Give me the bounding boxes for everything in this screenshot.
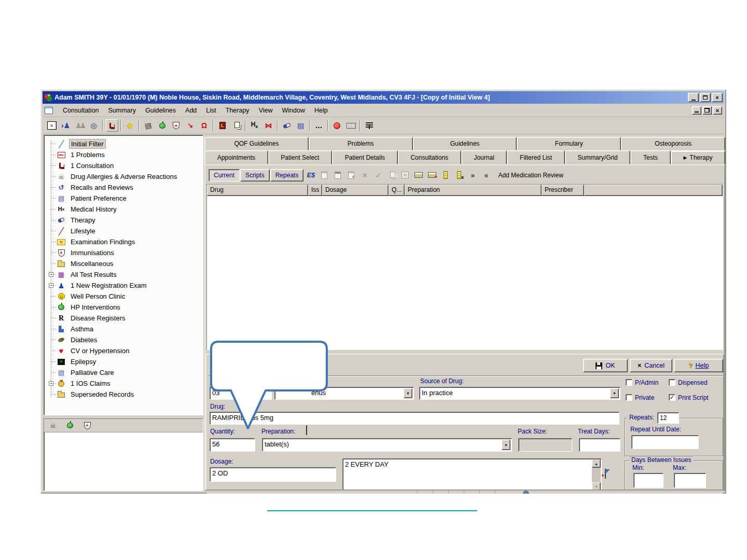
consultation-chair-icon[interactable] (105, 119, 119, 132)
prescriber-select[interactable]: enus ▼ (274, 387, 414, 400)
select-patient-icon[interactable]: ›♟ (59, 119, 73, 132)
marker-diamond-icon[interactable]: ◆ (123, 119, 137, 132)
current-filter-button[interactable]: Current (209, 169, 240, 181)
minimize-button[interactable] (688, 93, 699, 102)
menu-add[interactable]: Add (181, 105, 201, 116)
family-icon[interactable]: ♟♟ (73, 119, 87, 132)
print-icon[interactable] (412, 169, 425, 181)
guideline-book-icon[interactable]: L (215, 119, 229, 132)
tab-osteoporosis[interactable]: Osteoporosis (621, 137, 725, 150)
mdi-restore-button[interactable] (702, 106, 712, 115)
quantity-input[interactable]: 56 (210, 438, 255, 452)
mdi-minimize-button[interactable] (692, 106, 701, 115)
tab-patient-details[interactable]: Patient Details (332, 150, 398, 164)
sidebar-item-problems[interactable]: MH1 Problems (44, 149, 203, 160)
expand-toggle[interactable]: + (49, 283, 53, 288)
more-ellipsis-icon[interactable]: … (312, 119, 326, 132)
column-header-iss[interactable]: Iss (308, 185, 322, 196)
delete-icon[interactable]: × (358, 169, 371, 181)
find-patient-icon[interactable]: ◎ (87, 119, 101, 132)
close-button[interactable]: × (712, 93, 723, 102)
min-input[interactable] (633, 473, 663, 488)
private-checkbox[interactable] (626, 394, 632, 401)
issue-scripts-icon[interactable]: E$ (304, 169, 317, 181)
scroll-right-icon[interactable]: » (466, 169, 479, 181)
guidelines-copy-icon[interactable] (229, 119, 243, 132)
menu-guidelines[interactable]: Guidelines (141, 105, 181, 116)
column-header-preparation[interactable]: Preparation (405, 185, 542, 196)
tab-formulary[interactable]: Formulary (517, 137, 621, 150)
tab-patient-select[interactable]: Patient Select (268, 150, 332, 164)
repeat-script-icon[interactable] (331, 169, 344, 181)
menu-help[interactable]: Help (310, 105, 333, 116)
scripts-filter-button[interactable]: Scripts (240, 169, 270, 181)
tab-problems[interactable]: Problems (309, 137, 413, 150)
add-medication-review-button[interactable]: Add Medication Review (498, 172, 563, 179)
sidebar-item-initial-filter[interactable]: ╱Initial Filter (44, 138, 203, 149)
menu-therapy[interactable]: Therapy (221, 105, 254, 116)
sidebar-item-therapy[interactable]: Therapy (44, 215, 203, 226)
drug-input[interactable]: RAMIPRIL tabs 5mg (210, 412, 619, 425)
tab-consultations[interactable]: Consultations (398, 150, 461, 164)
dropdown-arrow-icon[interactable]: ▼ (610, 388, 619, 398)
sidebar-item-new-registration-exam[interactable]: +♟1 New Registration Exam (44, 280, 203, 291)
sidebar-item-disease-registers[interactable]: RDisease Registers (44, 313, 203, 324)
dosage-instructions-textarea[interactable]: 2 EVERY DAY ▲ ▼ (342, 458, 602, 491)
acute-script-icon[interactable] (317, 169, 331, 181)
sidebar-item-medical-history[interactable]: HxMedical History (44, 204, 203, 215)
repeats-filter-button[interactable]: Repeats (270, 169, 304, 181)
sidebar-item-recalls[interactable]: ↺Recalls and Reviews (44, 182, 203, 193)
expand-toggle[interactable]: + (49, 272, 53, 277)
sidebar-item-examination-findings[interactable]: ≈Examination Findings (44, 236, 203, 247)
hp-apple-icon[interactable] (155, 119, 169, 132)
tab-guidelines[interactable]: Guidelines (413, 137, 517, 150)
sidebar-item-all-test-results[interactable]: +▦All Test Results (44, 269, 203, 280)
cancel-script-icon[interactable]: × (344, 169, 358, 181)
notes-icon[interactable]: ▤ (294, 119, 308, 132)
tab-journal[interactable]: Journal (461, 150, 507, 164)
sidebar-item-palliative-care[interactable]: ▤Palliative Care (44, 367, 203, 378)
sidebar-item-well-person-clinic[interactable]: ☺Well Person Clinic (44, 291, 203, 302)
stethoscope-icon[interactable]: Ω (197, 119, 211, 132)
tab-tests[interactable]: Tests (630, 150, 670, 164)
column-header-drug[interactable]: Drug (207, 185, 308, 196)
menu-list[interactable]: List (201, 105, 220, 116)
dropdown-arrow-icon[interactable]: ▼ (404, 388, 412, 398)
pack-size-select[interactable] (518, 438, 572, 452)
therapy-pill-icon[interactable] (280, 119, 294, 132)
ok-button[interactable]: OK (583, 359, 628, 372)
drug-history-icon[interactable] (439, 169, 452, 181)
tab-filtered-list[interactable]: Filtered List (507, 150, 564, 164)
textarea-scrollbar[interactable]: ▲ ▼ (592, 459, 601, 491)
window-list-icon[interactable]: ≡ (45, 119, 59, 132)
keyboard-icon[interactable] (344, 119, 358, 132)
sidebar-item-superseded-records[interactable]: Superseded Records (44, 389, 203, 400)
sidebar-item-drug-allergies[interactable]: ☠Drug Allergies & Adverse Reactions (44, 171, 203, 182)
print-script-checkbox[interactable]: ✓ (669, 394, 675, 401)
sidebar-item-consultation[interactable]: 1 Consultation (44, 160, 203, 171)
sidebar-item-epilepsy[interactable]: ≈Epilepsy (44, 356, 203, 367)
maximize-button[interactable] (700, 93, 711, 102)
column-header-prescriber[interactable]: Prescriber (542, 185, 584, 196)
menu-summary[interactable]: Summary (104, 105, 141, 116)
apple-icon[interactable] (65, 422, 75, 430)
dropdown-arrow-icon[interactable]: ▼ (502, 440, 510, 450)
sidebar-item-asthma[interactable]: Asthma (44, 324, 203, 334)
journal-icon[interactable]: ▤ (141, 119, 155, 132)
scroll-left-icon[interactable]: « (479, 169, 493, 181)
dart-icon[interactable]: ↘ (183, 119, 197, 132)
calendar-icon[interactable]: 31 (398, 169, 412, 181)
immunisation-shield-icon[interactable]: + (169, 119, 183, 132)
bowtie-icon[interactable]: ⋈ (261, 119, 275, 132)
sidebar-item-immunisations[interactable]: +Immunisations (44, 247, 203, 258)
skull-icon[interactable]: ☠ (48, 422, 58, 430)
sidebar-item-ios-claims[interactable]: +1 IOS Claims (44, 378, 203, 389)
sidebar-item-diabetes[interactable]: Diabetes (44, 334, 203, 345)
mdi-document-icon[interactable] (45, 107, 53, 114)
expand-toggle[interactable]: + (49, 381, 53, 386)
menu-view[interactable]: View (254, 105, 278, 116)
copy-icon[interactable] (385, 169, 398, 181)
filter-icon[interactable] (362, 119, 376, 132)
sidebar-item-miscellaneous[interactable]: Miscellaneous (44, 258, 203, 269)
sidebar-item-cv-hypertension[interactable]: ♥CV or Hypertension (44, 345, 203, 356)
